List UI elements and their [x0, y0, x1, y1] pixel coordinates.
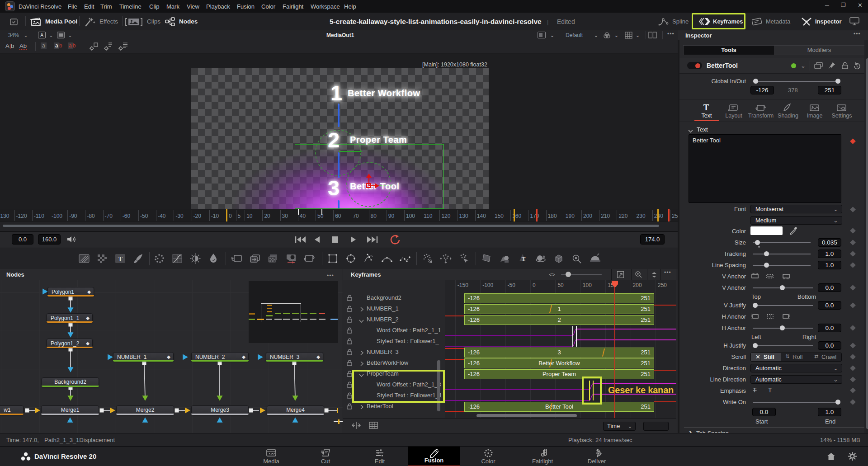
svg-text:T: T: [522, 255, 526, 262]
svg-text:T: T: [118, 255, 123, 263]
svg-text:T: T: [703, 103, 709, 112]
